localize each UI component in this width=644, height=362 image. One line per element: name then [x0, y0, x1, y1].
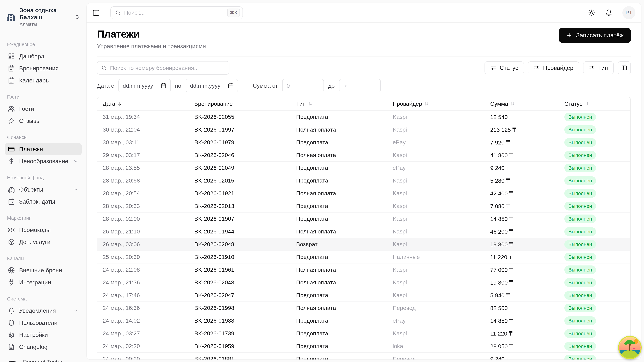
- sidebar-item-календарь[interactable]: Календарь: [5, 74, 82, 86]
- column-label: Тип: [296, 100, 306, 107]
- status-filter-button[interactable]: Статус: [484, 61, 524, 74]
- table-row[interactable]: 26 мар., 03:06 BK-2026-02048 Возврат Kas…: [97, 238, 630, 251]
- star-icon: [8, 117, 15, 124]
- cell-status: Выполнен: [559, 176, 630, 185]
- cell-date: 24 мар., 16:36: [97, 305, 189, 311]
- sidebar-item-платежи[interactable]: Платежи: [5, 143, 82, 155]
- table-row[interactable]: 24 мар., 02:20 BK-2026-01959 Предоплата …: [97, 340, 630, 353]
- cell-type: Полная оплата: [291, 267, 387, 273]
- table-row[interactable]: 28 мар., 02:00 BK-2026-01907 Предоплата …: [97, 212, 630, 225]
- amount-to-label: до: [328, 82, 335, 89]
- notifications-bell-icon[interactable]: [605, 9, 612, 16]
- cell-type: Полная оплата: [291, 190, 387, 197]
- sidebar-item-доп-услуги[interactable]: Доп. услуги: [5, 236, 82, 248]
- sidebar-item-промокоды[interactable]: Промокоды: [5, 224, 82, 236]
- column-header-сумма[interactable]: Сумма: [485, 100, 559, 107]
- table-row[interactable]: 29 мар., 03:17 BK-2026-02046 Полная опла…: [97, 149, 630, 161]
- column-header-бронирование[interactable]: Бронирование: [189, 100, 291, 107]
- sidebar-item-отзывы[interactable]: Отзывы: [5, 115, 82, 127]
- sidebar-item-дашборд[interactable]: Дашборд: [5, 50, 82, 62]
- table-row[interactable]: 25 мар., 20:30 BK-2026-01910 Предоплата …: [97, 251, 630, 263]
- table-row[interactable]: 24 мар., 22:08 BK-2026-01961 Полная опла…: [97, 263, 630, 276]
- sidebar-item-changelog[interactable]: Changelog: [5, 341, 82, 353]
- table-row[interactable]: 24 мар., 03:27 BK-2026-01739 Предоплата …: [97, 327, 630, 340]
- table-row[interactable]: 30 мар., 22:04 BK-2026-01997 Полная опла…: [97, 123, 630, 136]
- cell-type: Полная оплата: [291, 305, 387, 311]
- column-header-статус[interactable]: Статус: [559, 100, 630, 107]
- user-menu[interactable]: PT Payment Tester test-payment@test.com: [5, 359, 82, 362]
- cell-provider: Kaspi: [387, 267, 485, 273]
- payments-table: ДатаБронированиеТипПровайдерСуммаСтатус …: [97, 97, 631, 360]
- sidebar-item-объекты[interactable]: Объекты: [5, 184, 82, 196]
- table-row[interactable]: 24 мар., 14:02 BK-2026-01988 Предоплата …: [97, 314, 630, 327]
- chevrons-up-down-icon: [74, 14, 80, 20]
- cell-booking: BK-2026-02015: [189, 177, 291, 184]
- status-badge: Выполнен: [564, 355, 596, 360]
- table-row[interactable]: 24 мар., 16:36 BK-2026-01998 Полная опла…: [97, 302, 630, 314]
- global-search[interactable]: ⌘K: [110, 6, 243, 19]
- amount-to-input[interactable]: [339, 79, 381, 92]
- cell-date: 28 мар., 20:33: [97, 203, 189, 209]
- type-filter-button[interactable]: Тип: [583, 61, 614, 74]
- cell-status: Выполнен: [559, 164, 630, 172]
- theme-toggle-icon[interactable]: [588, 9, 595, 16]
- cell-type: Полная оплата: [291, 152, 387, 158]
- column-header-дата[interactable]: Дата: [97, 100, 189, 107]
- cell-amount: 19 800 ₸: [485, 279, 559, 286]
- column-header-провайдер[interactable]: Провайдер: [387, 100, 485, 107]
- column-label: Статус: [564, 100, 582, 107]
- sidebar-item-label: Ценообразование: [19, 158, 68, 165]
- table-row[interactable]: 30 мар., 03:11 BK-2026-01979 Предоплата …: [97, 136, 630, 149]
- status-badge: Выполнен: [564, 304, 596, 312]
- cell-provider: loka: [387, 343, 485, 350]
- cell-booking: BK-2026-01959: [189, 343, 291, 350]
- sidebar-item-интеграции[interactable]: Интеграции: [5, 276, 82, 289]
- amount-from-input[interactable]: [282, 79, 324, 92]
- table-row[interactable]: 24 мар., 17:46 BK-2026-02047 Предоплата …: [97, 289, 630, 302]
- sidebar-section-label: Ежедневное: [7, 42, 82, 47]
- cell-booking: BK-2026-01997: [189, 126, 291, 133]
- booking-search-input[interactable]: [110, 65, 225, 71]
- sidebar-item-заблок-даты[interactable]: Заблок. даты: [5, 196, 82, 208]
- sidebar-item-уведомления[interactable]: Уведомления: [5, 305, 82, 317]
- date-to-input[interactable]: dd.mm.yyyy: [186, 79, 238, 92]
- sidebar-item-бронирования[interactable]: Бронирования: [5, 62, 82, 74]
- global-search-input[interactable]: [124, 9, 238, 16]
- table-row[interactable]: 28 мар., 20:33 BK-2026-02013 Предоплата …: [97, 200, 630, 212]
- table-row[interactable]: 28 мар., 20:54 BK-2026-01921 Полная опла…: [97, 187, 630, 200]
- sidebar-item-внешние-брони[interactable]: Внешние брони: [5, 264, 82, 276]
- date-from-input[interactable]: dd.mm.yyyy: [118, 79, 171, 92]
- table-row[interactable]: 24 мар., 00:20 BK-2026-01881 Предоплата …: [97, 353, 630, 360]
- topbar-avatar[interactable]: PT: [622, 6, 636, 19]
- sidebar-item-настройки[interactable]: Настройки: [5, 329, 82, 341]
- cell-status: Выполнен: [559, 138, 630, 147]
- add-payment-button[interactable]: Записать платёж: [559, 28, 631, 43]
- cell-type: Полная оплата: [291, 279, 387, 286]
- cell-booking: BK-2026-02047: [189, 292, 291, 299]
- cell-amount: 46 200 ₸: [485, 228, 559, 235]
- sidebar-item-ценообразование[interactable]: Ценообразование: [5, 155, 82, 167]
- table-row[interactable]: 26 мар., 21:10 BK-2026-01944 Полная опла…: [97, 225, 630, 238]
- sidebar-toggle-icon[interactable]: [92, 9, 100, 16]
- org-city: Алматы: [20, 21, 70, 27]
- sidebar-item-гости[interactable]: Гости: [5, 103, 82, 115]
- columns-toggle-button[interactable]: [618, 61, 631, 74]
- plug-icon: [8, 279, 15, 286]
- tropical-widget-badge[interactable]: [618, 336, 642, 359]
- table-row[interactable]: 24 мар., 21:36 BK-2026-02048 Полная опла…: [97, 276, 630, 289]
- table-row[interactable]: 28 мар., 23:55 BK-2026-02049 Предоплата …: [97, 161, 630, 174]
- sort-both-icon: [510, 101, 515, 106]
- provider-filter-button[interactable]: Провайдер: [528, 61, 579, 74]
- org-switcher[interactable]: Зона отдыха Балхаш Алматы: [5, 7, 82, 27]
- sliders-icon: [589, 65, 595, 71]
- booking-search[interactable]: [97, 61, 230, 75]
- sidebar-item-label: Гости: [19, 105, 34, 112]
- status-badge: Выполнен: [564, 164, 596, 172]
- cell-booking: BK-2026-02046: [189, 152, 291, 158]
- column-header-тип[interactable]: Тип: [291, 100, 387, 107]
- table-row[interactable]: 28 мар., 20:58 BK-2026-02015 Предоплата …: [97, 174, 630, 187]
- table-row[interactable]: 31 мар., 19:34 BK-2026-02055 Предоплата …: [97, 110, 630, 123]
- calendar-icon: [161, 83, 166, 88]
- sidebar-item-пользователи[interactable]: Пользователи: [5, 317, 82, 329]
- column-label: Дата: [103, 100, 115, 107]
